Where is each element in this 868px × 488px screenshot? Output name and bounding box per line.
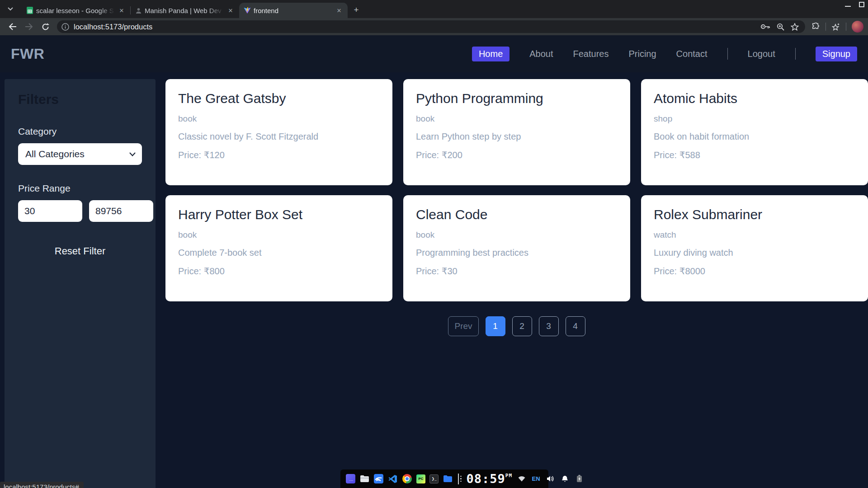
product-title: Harry Potter Box Set xyxy=(178,207,380,222)
product-card[interactable]: Rolex Submariner watch Luxury diving wat… xyxy=(641,195,868,301)
close-icon[interactable]: ✕ xyxy=(118,6,126,14)
page-button-1[interactable]: 1 xyxy=(486,316,505,336)
app-launcher-icon[interactable]: ··· xyxy=(346,474,355,483)
folder-icon[interactable] xyxy=(443,474,453,484)
product-title: Rolex Submariner xyxy=(654,207,855,222)
chrome-icon[interactable] xyxy=(402,474,412,483)
reload-icon xyxy=(42,23,49,31)
keyboard-layout-indicator[interactable]: EN xyxy=(531,474,541,484)
battery-icon[interactable] xyxy=(574,474,585,484)
product-price: Price: ₹120 xyxy=(178,150,380,160)
nav-link-home[interactable]: Home xyxy=(472,47,509,61)
toolbar-separator xyxy=(846,23,846,31)
vite-icon xyxy=(244,7,251,14)
notification-bell-icon[interactable] xyxy=(560,474,570,484)
tab-search-button[interactable] xyxy=(4,2,17,16)
vscode-icon[interactable] xyxy=(387,474,398,484)
reset-filter-button[interactable]: Reset Filter xyxy=(55,245,105,257)
tab-frontend-active[interactable]: frontend ✕ xyxy=(239,3,348,18)
nav-link-about[interactable]: About xyxy=(529,49,553,59)
password-key-icon[interactable] xyxy=(760,23,770,30)
product-card[interactable]: Harry Potter Box Set book Complete 7-boo… xyxy=(165,195,392,301)
product-price: Price: ₹200 xyxy=(416,150,618,160)
volume-icon[interactable] xyxy=(545,474,556,484)
reload-button[interactable] xyxy=(39,20,52,33)
profile-avatar[interactable] xyxy=(852,21,863,33)
product-grid: The Great Gatsby book Classic novel by F… xyxy=(165,79,868,301)
product-price: Price: ₹588 xyxy=(654,150,855,160)
profile-icon xyxy=(135,7,142,14)
maximize-icon[interactable] xyxy=(859,2,864,7)
price-min-input[interactable] xyxy=(18,200,82,222)
signup-button[interactable]: Signup xyxy=(816,47,857,61)
product-card[interactable]: Clean Code book Programming best practic… xyxy=(403,195,630,301)
product-description: Luxury diving watch xyxy=(654,248,855,258)
toolbar-actions xyxy=(811,21,863,33)
product-card[interactable]: Atomic Habits shop Book on habit formati… xyxy=(641,79,868,185)
kali-linux-icon[interactable] xyxy=(374,474,383,483)
page-button-3[interactable]: 3 xyxy=(539,316,559,336)
close-icon[interactable]: ✕ xyxy=(335,6,343,14)
bookmark-star-icon[interactable] xyxy=(791,23,799,31)
tab-title: Manish Panda | Web Dev xyxy=(145,7,224,14)
site-navbar: FWR Home About Features Pricing Contact … xyxy=(0,35,868,72)
url-text[interactable]: localhost:5173/products xyxy=(74,23,760,31)
back-button[interactable] xyxy=(6,20,19,33)
product-card[interactable]: Python Programming book Learn Python ste… xyxy=(403,79,630,185)
sparkle-star-icon[interactable] xyxy=(831,23,840,31)
clock-widget: 08:59 PM xyxy=(467,473,513,485)
page-viewport: FWR Home About Features Pricing Contact … xyxy=(0,35,868,488)
nav-link-features[interactable]: Features xyxy=(573,49,609,59)
page-button-2[interactable]: 2 xyxy=(512,316,532,336)
tab-google-sheets[interactable]: scalar lesseon - Google S ✕ xyxy=(22,3,130,18)
info-icon[interactable] xyxy=(61,23,69,31)
brand-logo[interactable]: FWR xyxy=(11,46,44,62)
product-price: Price: ₹30 xyxy=(416,266,618,277)
logout-button[interactable]: Logout xyxy=(748,49,775,59)
prev-page-button[interactable]: Prev xyxy=(448,316,478,336)
product-category: shop xyxy=(654,114,855,124)
product-description: Classic novel by F. Scott Fitzgerald xyxy=(178,131,380,142)
nav-separator xyxy=(795,48,796,60)
product-title: The Great Gatsby xyxy=(178,91,380,106)
browser-toolbar: localhost:5173/products xyxy=(0,18,868,35)
zoom-icon[interactable] xyxy=(777,23,784,31)
address-bar[interactable]: localhost:5173/products xyxy=(57,20,805,33)
filters-title: Filters xyxy=(18,92,142,107)
nav-separator xyxy=(727,48,728,60)
category-select[interactable]: All Categories xyxy=(18,143,142,165)
new-tab-button[interactable]: + xyxy=(350,4,362,16)
status-url-tooltip: localhost:5173/products# xyxy=(0,482,84,488)
product-card[interactable]: The Great Gatsby book Classic novel by F… xyxy=(165,79,392,185)
tab-manish-panda[interactable]: Manish Panda | Web Dev ✕ xyxy=(131,3,239,18)
page-button-4[interactable]: 4 xyxy=(566,316,585,336)
nav-link-contact[interactable]: Contact xyxy=(676,49,708,59)
product-category: watch xyxy=(654,230,855,240)
pycharm-icon[interactable]: PC xyxy=(416,474,425,483)
back-icon xyxy=(9,23,17,30)
close-icon[interactable]: ✕ xyxy=(226,6,235,14)
files-drawer-icon[interactable] xyxy=(359,474,370,484)
forward-button[interactable] xyxy=(23,20,35,33)
wifi-icon[interactable] xyxy=(516,474,527,484)
product-description: Learn Python step by step xyxy=(416,131,618,142)
chevron-down-icon xyxy=(129,152,136,156)
product-title: Clean Code xyxy=(416,207,618,222)
nav-link-pricing[interactable]: Pricing xyxy=(628,49,656,59)
product-description: Programming best practices xyxy=(416,248,618,258)
extensions-puzzle-icon[interactable] xyxy=(811,23,820,31)
terminal-icon[interactable]: ❯_ xyxy=(429,474,439,483)
category-selected-value: All Categories xyxy=(25,149,85,160)
clock-time: 08:59 xyxy=(467,473,505,485)
price-max-input[interactable] xyxy=(89,200,153,222)
product-title: Python Programming xyxy=(416,91,618,106)
product-category: book xyxy=(178,114,380,124)
product-price: Price: ₹8000 xyxy=(654,266,855,277)
dock-handle[interactable] xyxy=(458,473,462,485)
minimize-icon[interactable] xyxy=(845,3,851,7)
product-description: Complete 7-book set xyxy=(178,248,380,258)
product-description: Book on habit formation xyxy=(654,131,855,142)
products-area: The Great Gatsby book Classic novel by F… xyxy=(165,79,868,488)
forward-icon xyxy=(25,23,33,30)
browser-tab-strip: scalar lesseon - Google S ✕ Manish Panda… xyxy=(0,0,868,18)
